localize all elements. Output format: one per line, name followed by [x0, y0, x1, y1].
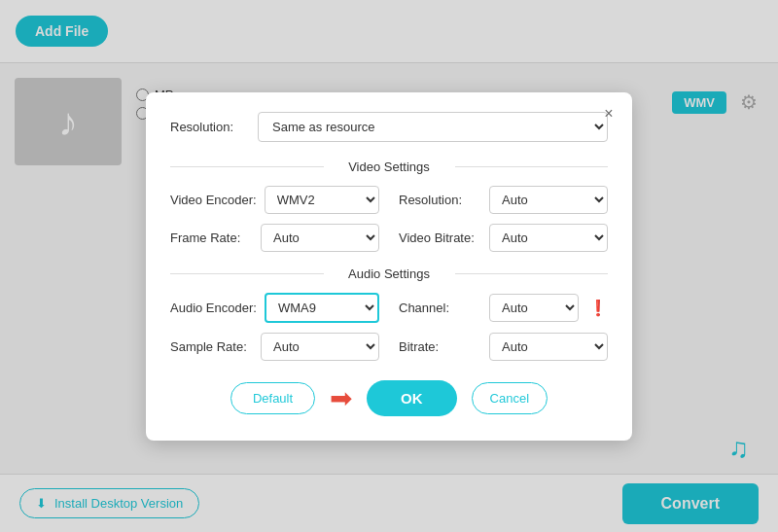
top-resolution-label: Resolution:	[170, 120, 258, 134]
audio-encoder-label: Audio Encoder:	[170, 301, 257, 315]
settings-modal: × Resolution: Same as resource Video Set…	[146, 92, 632, 441]
frame-rate-select[interactable]: Auto	[261, 224, 379, 252]
modal-overlay: × Resolution: Same as resource Video Set…	[0, 0, 778, 532]
app-background: Add File ♪ MP WI WMV ⚙	[0, 0, 778, 532]
video-settings-grid: Video Encoder: WMV2 Resolution: Auto Fra…	[170, 186, 608, 252]
video-encoder-row: Video Encoder: WMV2	[170, 186, 379, 214]
resolution-right-select[interactable]: Auto	[489, 186, 608, 214]
channel-row: Channel: Auto ❗	[399, 293, 608, 323]
sample-rate-row: Sample Rate: Auto	[170, 333, 379, 361]
channel-label: Channel:	[399, 301, 481, 315]
sample-rate-select[interactable]: Auto	[261, 333, 379, 361]
video-settings-header: Video Settings	[170, 160, 608, 174]
cancel-button[interactable]: Cancel	[472, 382, 548, 414]
bitrate-label: Bitrate:	[399, 339, 481, 354]
channel-warning-icon: ❗	[588, 299, 608, 317]
arrow-ok-icon: ➡	[330, 382, 352, 414]
bitrate-row: Bitrate: Auto	[399, 333, 608, 361]
video-bitrate-select[interactable]: Auto	[489, 224, 608, 252]
video-encoder-label: Video Encoder:	[170, 193, 257, 207]
audio-encoder-row: Audio Encoder: WMA9	[170, 293, 379, 323]
audio-settings-header: Audio Settings	[170, 266, 608, 281]
video-encoder-select[interactable]: WMV2	[265, 186, 379, 214]
modal-close-button[interactable]: ×	[597, 102, 620, 125]
modal-buttons-area: Default ➡ OK Cancel	[170, 380, 608, 416]
resolution-right-row: Resolution: Auto	[399, 186, 608, 214]
sample-rate-label: Sample Rate:	[170, 339, 253, 354]
top-resolution-select[interactable]: Same as resource	[258, 112, 608, 142]
default-button[interactable]: Default	[230, 382, 315, 414]
channel-select[interactable]: Auto	[489, 294, 579, 322]
bitrate-select[interactable]: Auto	[489, 333, 608, 361]
audio-encoder-select[interactable]: WMA9	[265, 293, 379, 323]
ok-button[interactable]: OK	[367, 380, 457, 416]
resolution-right-label: Resolution:	[399, 193, 481, 207]
frame-rate-label: Frame Rate:	[170, 231, 253, 245]
audio-settings-grid: Audio Encoder: WMA9 Channel: Auto ❗ Samp…	[170, 293, 608, 361]
video-bitrate-row: Video Bitrate: Auto	[399, 224, 608, 252]
frame-rate-row: Frame Rate: Auto	[170, 224, 379, 252]
video-bitrate-label: Video Bitrate:	[399, 231, 481, 245]
top-resolution-row: Resolution: Same as resource	[170, 112, 608, 142]
